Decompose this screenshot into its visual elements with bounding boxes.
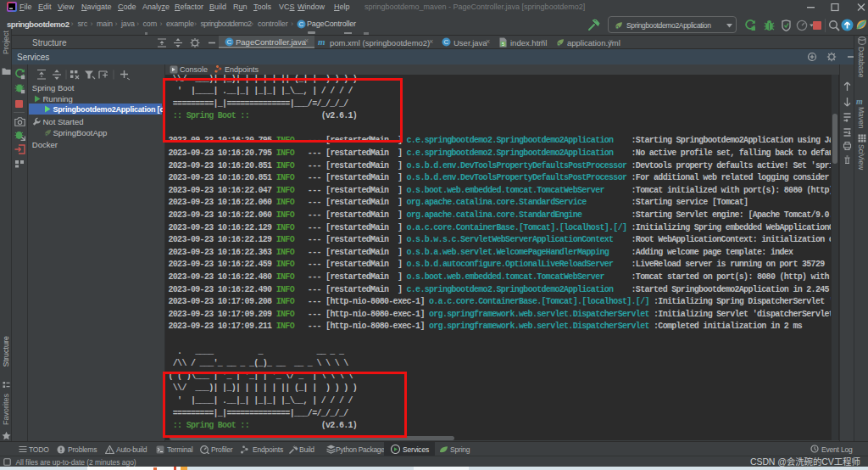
svg-text:C: C	[299, 20, 304, 28]
svg-text:C: C	[227, 38, 232, 46]
svg-text:C: C	[444, 38, 449, 46]
svg-text:5: 5	[502, 42, 504, 47]
